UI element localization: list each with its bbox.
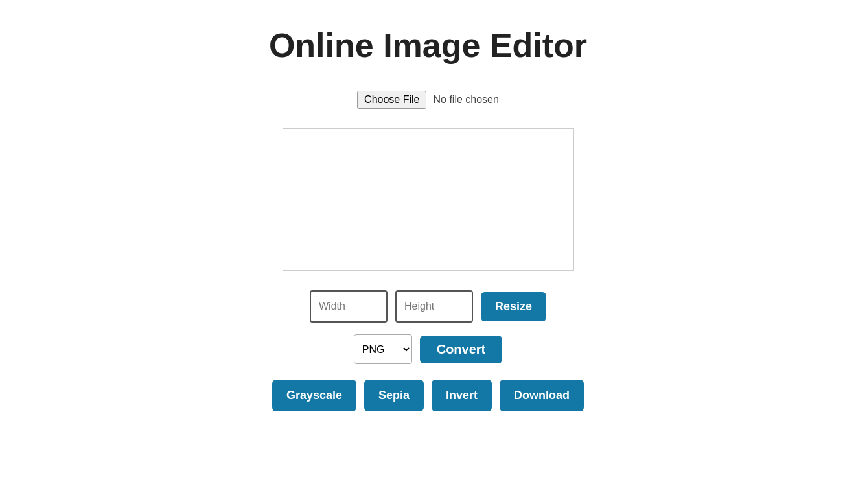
page-title: Online Image Editor — [269, 26, 587, 65]
convert-row: PNG JPEG WEBP BMP GIF Convert — [354, 334, 503, 364]
sepia-button[interactable]: Sepia — [364, 380, 424, 411]
grayscale-button[interactable]: Grayscale — [272, 380, 356, 411]
format-select[interactable]: PNG JPEG WEBP BMP GIF — [354, 334, 412, 364]
file-input-row: Choose File No file chosen — [357, 91, 499, 109]
no-file-label: No file chosen — [433, 94, 498, 106]
image-preview-area — [283, 128, 574, 271]
width-input[interactable] — [310, 290, 388, 323]
invert-button[interactable]: Invert — [432, 380, 492, 411]
convert-button[interactable]: Convert — [420, 336, 503, 363]
resize-button[interactable]: Resize — [481, 292, 546, 321]
height-input[interactable] — [395, 290, 473, 323]
download-button[interactable]: Download — [500, 380, 584, 411]
choose-file-button[interactable]: Choose File — [357, 91, 426, 109]
resize-row: Resize — [310, 290, 546, 323]
action-row: Grayscale Sepia Invert Download — [272, 380, 584, 411]
